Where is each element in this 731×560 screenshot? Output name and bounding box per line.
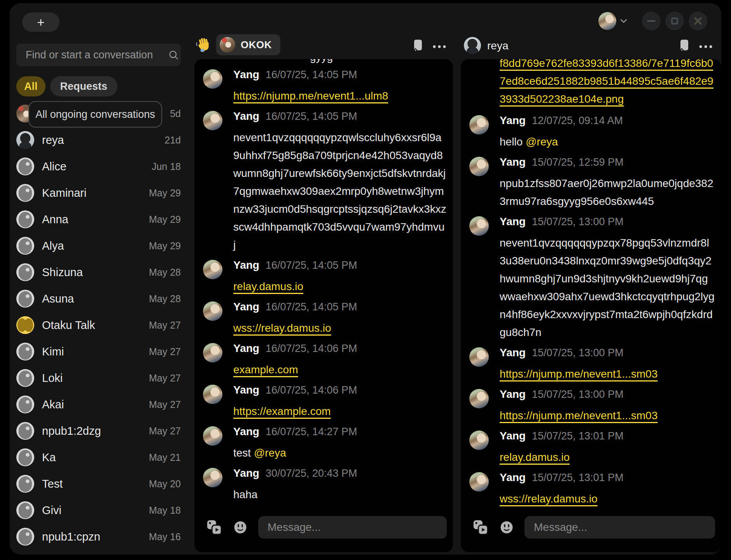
clipped-image-link[interactable]: f8dd769e762fe83393d6f13386/7e7119fc6b07e… xyxy=(500,59,715,108)
message-author: Yang xyxy=(233,384,259,396)
close-button[interactable] xyxy=(689,12,707,30)
chevron-down-icon[interactable] xyxy=(620,19,627,23)
conversation-time: May 29 xyxy=(149,214,181,225)
media-attach-icon[interactable] xyxy=(472,519,489,536)
mention[interactable]: @reya xyxy=(526,136,558,148)
conversation-time: May 28 xyxy=(149,293,181,304)
message-link[interactable]: example.com xyxy=(233,364,298,376)
conversation-item[interactable]: KimiMay 27 xyxy=(10,338,188,365)
conversation-item[interactable]: reya21d xyxy=(10,127,188,153)
message: Yang16/07/25, 14:05 PMhttps://njump.me/n… xyxy=(203,68,447,105)
message-avatar[interactable] xyxy=(469,115,489,135)
message: Yang12/07/25, 09:14 AMhello @reya xyxy=(469,114,715,151)
message-avatar[interactable] xyxy=(203,301,222,321)
message-text: haha xyxy=(233,486,447,504)
left-message-list: Yang16/07/25, 14:05 PMhttps://njump.me/n… xyxy=(194,59,453,515)
message-timestamp: 15/07/25, 13:00 PM xyxy=(532,388,624,401)
message-timestamp: 12/07/25, 09:14 AM xyxy=(532,115,623,127)
message-link[interactable]: https://njump.me/nevent1...sm03 xyxy=(500,410,658,422)
conversation-item[interactable]: KaminariMay 29 xyxy=(10,180,188,206)
right-chat-note-button[interactable] xyxy=(676,37,693,54)
mention[interactable]: @reya xyxy=(254,447,286,459)
emoji-picker-icon[interactable] xyxy=(499,520,514,535)
message-timestamp: 15/07/25, 13:01 PM xyxy=(532,472,624,484)
message-plain-text: haha xyxy=(233,488,257,500)
message-link[interactable]: https://njump.me/nevent1...ulm8 xyxy=(233,90,388,102)
media-attach-icon[interactable] xyxy=(206,519,222,536)
conversation-item[interactable]: GiviMay 18 xyxy=(10,497,188,523)
conversation-search xyxy=(16,44,181,66)
conversation-item[interactable]: KaMay 21 xyxy=(10,444,188,471)
message: Yang30/07/25, 20:43 PMhaha xyxy=(203,467,447,504)
left-chat-panel: gyyg Yang16/07/25, 14:05 PMhttps://njump… xyxy=(194,59,453,552)
message-avatar[interactable] xyxy=(203,385,222,404)
conversation-item[interactable]: npub1:2dzgMay 27 xyxy=(10,418,188,444)
conversation-item[interactable]: AnnaMay 29 xyxy=(10,206,188,233)
message-author: Yang xyxy=(233,467,259,480)
conversation-avatar xyxy=(16,501,34,519)
left-chat-title-pill[interactable]: OKOK xyxy=(216,34,280,55)
message-text: npub1zfss807aer0j26mwp2la0ume0jqde3823rm… xyxy=(500,175,715,210)
conversation-item[interactable]: LokiMay 27 xyxy=(10,365,188,391)
wave-hand-icon[interactable] xyxy=(196,37,211,52)
message-link[interactable]: relay.damus.io xyxy=(233,280,303,292)
message: Yang15/07/25, 13:00 PMnevent1qvzqqqqqqyp… xyxy=(469,215,715,341)
conversation-item[interactable]: AliceJun 18 xyxy=(10,153,188,180)
minimize-button[interactable] xyxy=(642,12,661,30)
message-avatar[interactable] xyxy=(469,430,489,450)
left-chat-title: OKOK xyxy=(241,39,272,51)
message-plain-text: hello xyxy=(500,136,526,148)
plus-icon: + xyxy=(37,15,45,30)
message-avatar[interactable] xyxy=(469,347,489,367)
conversation-item[interactable]: AkaiMay 27 xyxy=(10,391,188,418)
account-avatar[interactable] xyxy=(598,12,616,30)
conversation-avatar xyxy=(16,316,34,334)
message-avatar[interactable] xyxy=(203,343,222,362)
message-author: Yang xyxy=(233,425,259,438)
message-link[interactable]: https://njump.me/nevent1...sm03 xyxy=(500,368,658,380)
conversation-item[interactable]: npub1:cpznMay 16 xyxy=(10,523,188,550)
message-link[interactable]: wss://relay.damus.io xyxy=(500,493,598,505)
conversation-time: May 21 xyxy=(149,452,181,463)
message-author: Yang xyxy=(500,346,526,359)
message-avatar[interactable] xyxy=(203,69,222,89)
message-avatar[interactable] xyxy=(469,216,489,236)
tab-all[interactable]: All xyxy=(16,76,45,96)
message-link[interactable]: https://example.com xyxy=(233,405,331,417)
conversation-name: Asuna xyxy=(42,292,74,305)
message-avatar[interactable] xyxy=(203,468,222,487)
right-chat-avatar[interactable] xyxy=(464,37,481,54)
conversation-name: Ka xyxy=(42,451,56,464)
tab-requests[interactable]: Requests xyxy=(50,76,118,96)
message-avatar[interactable] xyxy=(469,389,489,408)
right-message-input[interactable] xyxy=(525,516,715,539)
message-avatar[interactable] xyxy=(469,157,489,176)
emoji-picker-icon[interactable] xyxy=(233,520,248,535)
conversation-item[interactable]: AlyaMay 29 xyxy=(10,233,188,259)
left-chat-menu-button[interactable] xyxy=(431,38,448,55)
conversation-item[interactable]: TestMay 20 xyxy=(10,471,188,497)
message-link[interactable]: relay.damus.io xyxy=(500,451,570,463)
message-avatar[interactable] xyxy=(203,260,222,279)
message: Yang15/07/25, 13:01 PMwss://relay.damus.… xyxy=(469,471,715,508)
message: Yang15/07/25, 13:01 PMrelay.damus.io xyxy=(469,430,715,466)
search-input[interactable] xyxy=(16,49,168,61)
message: Yang16/07/25, 14:05 PMnevent1qvzqqqqqqyp… xyxy=(203,110,447,254)
conversation-item[interactable]: AsunaMay 28 xyxy=(10,285,188,312)
right-chat-menu-button[interactable] xyxy=(697,38,714,55)
message-text: https://njump.me/nevent1...sm03 xyxy=(500,407,715,425)
left-message-input[interactable] xyxy=(258,516,447,539)
conversation-item[interactable]: Otaku TalkMay 27 xyxy=(10,312,188,338)
left-chat-note-button[interactable] xyxy=(409,37,427,54)
new-conversation-button[interactable]: + xyxy=(22,12,59,32)
maximize-button[interactable] xyxy=(665,12,684,30)
message-link[interactable]: wss://relay.damus.io xyxy=(233,322,331,334)
conversation-name: Test xyxy=(42,478,63,490)
conversation-time: Jun 18 xyxy=(152,161,181,172)
message-avatar[interactable] xyxy=(203,111,222,130)
conversation-item[interactable]: ShizunaMay 28 xyxy=(10,259,188,285)
message-text: hello @reya xyxy=(500,133,715,151)
conversation-name: Akai xyxy=(42,398,64,411)
message-avatar[interactable] xyxy=(203,426,222,446)
message-avatar[interactable] xyxy=(469,472,489,492)
